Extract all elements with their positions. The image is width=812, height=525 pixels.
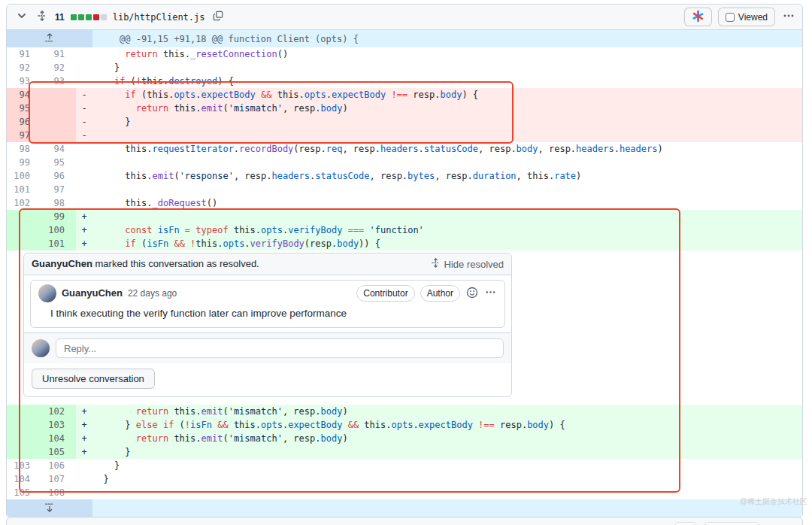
- new-line-number[interactable]: 104: [41, 432, 76, 445]
- new-line-number[interactable]: 98: [41, 196, 76, 210]
- diff-row: 105+ }: [7, 445, 802, 459]
- diff-table: @@ -91,15 +91,18 @@ function Client (opt…: [7, 30, 802, 517]
- author-badge: Author: [420, 285, 460, 302]
- old-line-number[interactable]: 105: [7, 486, 41, 499]
- old-line-number[interactable]: 97: [7, 129, 41, 142]
- old-line-number[interactable]: [7, 445, 41, 459]
- new-line-number[interactable]: [41, 115, 76, 129]
- next-file-ghost-button[interactable]: [674, 522, 697, 525]
- old-line-number[interactable]: [7, 418, 41, 432]
- old-line-number[interactable]: 92: [7, 61, 41, 74]
- new-line-number[interactable]: 95: [41, 156, 76, 169]
- diff-row: 9995: [7, 156, 802, 169]
- old-line-number[interactable]: 91: [7, 47, 41, 61]
- new-line-number[interactable]: [41, 129, 76, 142]
- reaction-smiley-button[interactable]: [465, 286, 479, 302]
- pull-request-diff-page: 11 lib/httpClient.js Viewed: [0, 0, 812, 525]
- diff-marker: [76, 142, 92, 156]
- expand-all-button[interactable]: [35, 9, 49, 25]
- code-cell: [76, 156, 802, 169]
- old-line-number[interactable]: 102: [7, 196, 41, 210]
- diff-row: 9393 if (!this.destroyed) {: [7, 74, 802, 88]
- diff-marker: -: [76, 115, 92, 129]
- new-line-number[interactable]: 102: [41, 405, 76, 418]
- diffstat-square: [93, 14, 99, 20]
- old-line-number[interactable]: 95: [7, 102, 41, 115]
- viewed-checkbox[interactable]: [726, 13, 735, 22]
- comment-kebab-button[interactable]: [484, 286, 497, 301]
- old-line-number[interactable]: [7, 223, 41, 237]
- old-line-number[interactable]: 94: [7, 88, 41, 102]
- old-line-number[interactable]: [7, 432, 41, 445]
- new-line-number[interactable]: 105: [41, 445, 76, 459]
- old-line-number[interactable]: [7, 405, 41, 418]
- copy-path-button[interactable]: [211, 9, 225, 25]
- next-file-ghost-button[interactable]: [704, 522, 760, 525]
- copy-icon: [213, 11, 223, 23]
- new-line-number[interactable]: 93: [41, 74, 76, 88]
- reply-row: [24, 332, 511, 363]
- diff-row: 104+ return this.emit('mismatch', resp.b…: [7, 432, 802, 445]
- comment-timestamp[interactable]: 22 days ago: [128, 287, 177, 300]
- old-line-number[interactable]: 99: [7, 156, 41, 169]
- old-line-number[interactable]: 96: [7, 115, 41, 129]
- avatar[interactable]: [38, 284, 56, 302]
- new-line-number[interactable]: 97: [41, 183, 76, 196]
- new-line-number[interactable]: 91: [41, 47, 76, 61]
- diff-row: 10298 this._doRequest(): [7, 196, 802, 210]
- old-line-number[interactable]: [7, 237, 41, 250]
- code-cell: +: [76, 210, 802, 223]
- resolved-text: GuanyuChen marked this conversation as r…: [32, 257, 259, 271]
- new-line-number[interactable]: [41, 102, 76, 115]
- unfold-vertical-icon: [431, 258, 441, 270]
- expand-hunk-up-button[interactable]: [7, 30, 92, 47]
- old-line-number[interactable]: 93: [7, 74, 41, 88]
- new-line-number[interactable]: 108: [41, 486, 76, 499]
- file-header-actions: Viewed: [684, 8, 796, 26]
- file-card: 11 lib/httpClient.js Viewed: [6, 4, 803, 518]
- unresolve-conversation-button[interactable]: Unresolve conversation: [32, 369, 155, 389]
- new-line-number[interactable]: 103: [41, 418, 76, 432]
- file-name-link[interactable]: lib/httpClient.js: [113, 12, 205, 23]
- diff-row: 95- return this.emit('mismatch', resp.bo…: [7, 102, 802, 115]
- diff-marker: +: [76, 432, 92, 445]
- collapse-file-button[interactable]: [14, 8, 29, 26]
- comment-author[interactable]: GuanyuChen: [62, 287, 123, 300]
- diff-marker: [76, 472, 92, 486]
- reply-input[interactable]: [56, 338, 504, 358]
- old-line-number[interactable]: [7, 210, 41, 223]
- thread-body: GuanyuChen 22 days ago Contributor Autho…: [24, 275, 511, 332]
- new-line-number[interactable]: 94: [41, 142, 76, 156]
- old-line-number[interactable]: 104: [7, 472, 41, 486]
- extension-sparkle-button[interactable]: [684, 8, 712, 26]
- diffstat[interactable]: [71, 14, 107, 20]
- diff-row: 100+ const isFn = typeof this.opts.verif…: [7, 223, 802, 237]
- old-line-number[interactable]: 103: [7, 459, 41, 472]
- code-text: }: [92, 115, 131, 129]
- old-line-number[interactable]: 98: [7, 142, 41, 156]
- code-text: }: [92, 61, 120, 74]
- code-cell: + return this.emit('mismatch', resp.body…: [76, 405, 802, 418]
- hide-resolved-button[interactable]: Hide resolved: [431, 258, 504, 270]
- file-kebab-button[interactable]: [781, 8, 796, 26]
- chevron-down-icon: [16, 10, 28, 24]
- file-header: 11 lib/httpClient.js Viewed: [7, 5, 802, 30]
- comment-header: GuanyuChen 22 days ago Contributor Autho…: [31, 281, 504, 306]
- old-line-number[interactable]: 100: [7, 169, 41, 183]
- diff-marker: [76, 196, 92, 210]
- new-line-number[interactable]: 107: [41, 472, 76, 486]
- contributor-badge: Contributor: [356, 285, 414, 302]
- new-line-number[interactable]: 106: [41, 459, 76, 472]
- new-line-number[interactable]: 99: [41, 210, 76, 223]
- smiley-icon: [466, 287, 478, 301]
- new-line-number[interactable]: 100: [41, 223, 76, 237]
- viewed-toggle-button[interactable]: Viewed: [718, 8, 775, 26]
- diffstat-square: [101, 14, 107, 20]
- new-line-number[interactable]: 92: [41, 61, 76, 74]
- diffstat-square: [71, 14, 77, 20]
- new-line-number[interactable]: [41, 88, 76, 102]
- new-line-number[interactable]: 96: [41, 169, 76, 183]
- old-line-number[interactable]: 101: [7, 183, 41, 196]
- new-line-number[interactable]: 101: [41, 237, 76, 250]
- expand-down-button[interactable]: [7, 499, 92, 517]
